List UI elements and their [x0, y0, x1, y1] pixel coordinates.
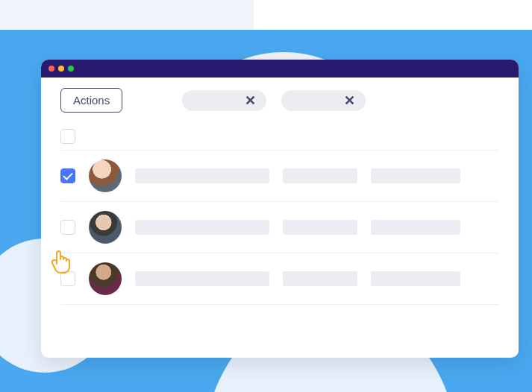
table-header-row	[60, 123, 499, 151]
window-close-dot[interactable]	[48, 66, 54, 72]
window-minimize-dot[interactable]	[58, 66, 64, 72]
table-row	[60, 151, 499, 202]
table-row	[60, 202, 499, 253]
cell-placeholder	[371, 271, 460, 286]
cell-placeholder	[371, 168, 460, 183]
avatar	[89, 159, 122, 192]
avatar	[89, 211, 122, 244]
filter-chip[interactable]: ✕	[182, 90, 266, 111]
cell-placeholder	[283, 220, 357, 235]
avatar	[89, 262, 122, 295]
cell-placeholder	[135, 271, 269, 286]
cell-placeholder	[283, 168, 357, 183]
row-checkbox[interactable]	[60, 168, 75, 183]
app-window: Actions ✕ ✕	[41, 60, 519, 358]
table-row	[60, 253, 499, 305]
cell-placeholder	[283, 271, 357, 286]
window-maximize-dot[interactable]	[68, 66, 74, 72]
actions-button[interactable]: Actions	[60, 88, 122, 113]
cell-placeholder	[135, 168, 269, 183]
row-checkbox[interactable]	[60, 220, 75, 235]
data-table	[41, 123, 519, 305]
close-icon[interactable]: ✕	[245, 92, 256, 109]
toolbar: Actions ✕ ✕	[41, 78, 519, 123]
filter-chip[interactable]: ✕	[281, 90, 366, 111]
row-checkbox[interactable]	[60, 271, 75, 286]
cell-placeholder	[135, 220, 269, 235]
select-all-checkbox[interactable]	[60, 129, 75, 144]
window-titlebar	[41, 60, 519, 78]
cell-placeholder	[371, 220, 460, 235]
close-icon[interactable]: ✕	[344, 92, 355, 109]
